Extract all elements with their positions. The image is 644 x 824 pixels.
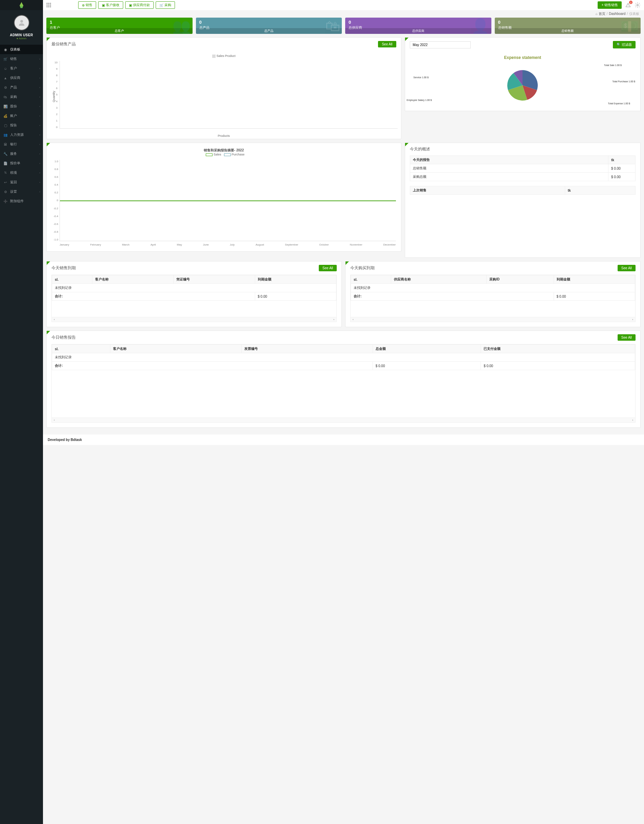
nav-supplier[interactable]: ▲供应商‹: [0, 73, 43, 83]
return-icon: ↩: [3, 180, 8, 184]
chevron-right-icon[interactable]: ›: [632, 419, 633, 422]
chevron-left-icon[interactable]: ‹: [353, 318, 354, 321]
nav-account[interactable]: 💰账户‹: [0, 111, 43, 121]
nav-purchase[interactable]: 🛍采购‹: [0, 92, 43, 101]
svg-point-1: [637, 5, 639, 6]
scrollbar[interactable]: ‹›: [52, 317, 336, 322]
bank-icon: 🏛: [3, 143, 8, 146]
apps-icon[interactable]: [46, 3, 51, 8]
chevron-left-icon: ‹: [39, 77, 40, 80]
chevron-right-icon[interactable]: ›: [632, 318, 633, 321]
pie-chart: Total Sale 1.00 $ Total Purchase 1.00 $ …: [412, 63, 633, 108]
nav-product[interactable]: ⚙产品‹: [0, 83, 43, 92]
nav-bank[interactable]: 🏛银行‹: [0, 140, 43, 149]
topbar: ⊕销售 ▣客户接收 ▣供应商付款 🛒采购 + 销售销售 0: [43, 0, 644, 10]
nav-hr[interactable]: 👥人力资源‹: [0, 130, 43, 140]
panel-today-report: 今日销售报告See All sl.客户名称发票编号总金额已支付金额 未找到记录 …: [46, 331, 641, 428]
nav-customer[interactable]: ☺客户‹: [0, 64, 43, 73]
due-purchase-table: sl.供应商名称采购ID到期金额 未找到记录 合计:$ 0.00: [351, 275, 635, 301]
stat-products[interactable]: 0总产品总产品🛍: [196, 18, 342, 34]
stat-suppliers[interactable]: 0总供应商总供应商👤: [345, 18, 491, 34]
see-all-button[interactable]: See All: [618, 265, 636, 271]
stat-customers[interactable]: 1总客户总客户👥: [46, 18, 193, 34]
chevron-right-icon[interactable]: ›: [333, 318, 334, 321]
chevron-left-icon: ‹: [39, 162, 40, 165]
cart-icon: ⊕: [82, 3, 84, 7]
users-icon: 👥: [172, 18, 191, 34]
receive-icon: ▣: [102, 3, 105, 7]
nav-stock[interactable]: 📊股份‹: [0, 101, 43, 111]
footer: Developed by Bdtask: [43, 435, 644, 445]
chevron-left-icon[interactable]: ‹: [54, 419, 55, 422]
user-block: ADMIN USER Admin: [0, 10, 43, 45]
breadcrumb: ⌂ 首页/Dashboard/仪表板: [43, 10, 644, 18]
panel-overview: 今天的概述 今天的报告tk 总销售额$ 0.00 采购总额$ 0.00 上次销售…: [405, 143, 641, 258]
nav-addon[interactable]: ➕附加组件: [0, 197, 43, 206]
chevron-left-icon: ‹: [39, 152, 40, 155]
sidebar: ADMIN USER Admin ◉仪表板 🛒销售‹ ☺客户‹ ▲供应商‹ ⚙产…: [0, 0, 43, 824]
crumb-current: 仪表板: [629, 12, 639, 15]
nav-dashboard[interactable]: ◉仪表板: [0, 45, 43, 54]
nav-menu: ◉仪表板 🛒销售‹ ☺客户‹ ▲供应商‹ ⚙产品‹ 🛍采购‹ 📊股份‹ 💰账户‹…: [0, 45, 43, 206]
logo[interactable]: [0, 0, 43, 10]
line-chart: 销售和采购报告摘要- 2022 SalesPurchase 1.00.80.60…: [47, 143, 401, 251]
plus-icon: ➕: [3, 200, 8, 203]
bag-icon: 🛍: [325, 18, 340, 34]
alert-icon[interactable]: 0: [625, 2, 631, 8]
nav-sales[interactable]: 🛒销售‹: [0, 54, 43, 64]
alert-badge: 0: [629, 1, 632, 4]
money-icon: 💵: [620, 18, 639, 34]
search-icon: 🔍: [616, 43, 622, 46]
filter-button[interactable]: 🔍 过滤器: [613, 41, 636, 48]
panel-sales-purchase: 销售和采购报告摘要- 2022 SalesPurchase 1.00.80.60…: [46, 143, 401, 252]
overview-table: 今天的报告tk 总销售额$ 0.00 采购总额$ 0.00: [410, 155, 636, 181]
nav-return[interactable]: ↩返回‹: [0, 177, 43, 187]
chevron-left-icon[interactable]: ‹: [54, 318, 55, 321]
chevron-left-icon: ‹: [39, 134, 40, 137]
plus-icon: +: [601, 3, 604, 7]
see-all-button[interactable]: See All: [319, 265, 337, 271]
see-all-button[interactable]: See All: [378, 41, 396, 48]
tax-icon: ％: [3, 171, 8, 175]
stat-sales[interactable]: 0总销售额总销售额💵: [495, 18, 641, 34]
panel-title: 最佳销售产品: [51, 42, 76, 47]
user-role: Admin: [0, 37, 43, 40]
report-icon: ▢: [3, 124, 8, 128]
gauge-icon: ◉: [3, 48, 8, 51]
wrench-icon: 🔧: [3, 152, 8, 156]
see-all-button[interactable]: See All: [618, 334, 636, 341]
nav-settings[interactable]: ⚙设置‹: [0, 187, 43, 197]
chevron-left-icon: ‹: [39, 143, 40, 146]
crumb-home[interactable]: 首页: [599, 12, 606, 15]
due-sales-table: sl.客户名称凭证编号到期金额 未找到记录 合计:$ 0.00: [52, 275, 336, 301]
nav-report[interactable]: ▢报告‹: [0, 121, 43, 130]
gear-icon: ⚙: [3, 190, 8, 194]
top-btn-customer-receive[interactable]: ▣客户接收: [98, 2, 123, 9]
chevron-left-icon: ‹: [39, 105, 40, 108]
crumb-dashboard[interactable]: Dashboard: [609, 12, 626, 15]
cart-icon: 🛒: [3, 57, 8, 61]
svg-point-0: [20, 20, 23, 23]
money-icon: 💰: [3, 114, 8, 118]
top-btn-purchase[interactable]: 🛒采购: [156, 2, 175, 9]
file-icon: 📄: [3, 161, 8, 165]
month-input[interactable]: [410, 42, 471, 48]
home-icon: ⌂: [596, 12, 599, 15]
panel-due-sales: 今天销售到期See All sl.客户名称凭证编号到期金额 未找到记录 合计:$…: [46, 261, 342, 327]
sales-sales-button[interactable]: + 销售销售: [598, 2, 622, 9]
scrollbar[interactable]: ‹›: [52, 418, 635, 422]
chevron-left-icon: ‹: [39, 86, 40, 89]
flame-icon: [19, 2, 24, 8]
cog-icon: ⚙: [3, 86, 8, 89]
avatar[interactable]: [14, 15, 29, 31]
nav-service[interactable]: 🔧服务‹: [0, 149, 43, 158]
bar-chart: Sales Product Quantity 109876543210 Prod…: [47, 51, 401, 139]
settings-icon[interactable]: [635, 2, 641, 8]
top-btn-supplier-pay[interactable]: ▣供应商付款: [125, 2, 153, 9]
top-btn-sales[interactable]: ⊕销售: [78, 2, 96, 9]
scrollbar[interactable]: ‹›: [351, 317, 635, 322]
chevron-left-icon: ‹: [39, 95, 40, 98]
nav-quote[interactable]: 📄报价单‹: [0, 158, 43, 168]
today-report-table: sl.客户名称发票编号总金额已支付金额 未找到记录 合计:$ 0.00$ 0.0…: [52, 344, 635, 370]
nav-tax[interactable]: ％税项‹: [0, 168, 43, 177]
